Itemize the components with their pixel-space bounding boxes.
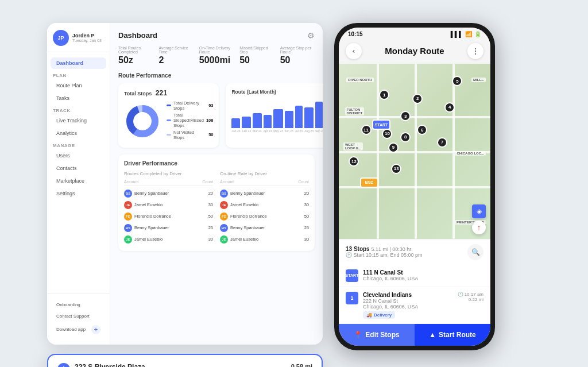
more-options-button[interactable]: ⋮ <box>467 43 483 59</box>
route-search-button[interactable]: 🔍 <box>467 244 483 260</box>
driver-perf-inner: Routes Completed by Driver Account Count… <box>124 171 309 245</box>
sidebar-item-users[interactable]: Users <box>51 150 106 161</box>
table-row: BSBenny Spanbauer25 <box>124 222 213 234</box>
table-row: FDFlorencio Dorrance50 <box>220 211 309 222</box>
bar-label-1: Feb 23 <box>242 129 251 133</box>
bar-col-8: Sep 2 <box>315 102 323 133</box>
bar-col-7: Aug 23 <box>304 107 314 133</box>
sidebar-item-tasks[interactable]: Tasks <box>51 92 106 104</box>
back-button[interactable]: ‹ <box>346 43 362 59</box>
map-pin-11: 11 <box>361 125 372 135</box>
count-value: 30 <box>208 202 213 207</box>
popup-left: 1 222 S Riverside Plaza Chicago, IL 6060… <box>57 363 145 368</box>
route-performance-title: Route Performance <box>118 72 315 79</box>
map-pin-4: 4 <box>444 102 455 113</box>
total-stops-value: 221 <box>156 89 167 97</box>
account-avatar: JE <box>124 235 132 244</box>
start-stop-address: Chicago, IL 60606, USA <box>363 276 483 281</box>
sidebar-section-track: Track <box>47 105 110 114</box>
stop-1-city: Chicago, IL 60606, USA <box>363 304 453 310</box>
phone-screen: 10:15 ▌▌▌ 📶 🔋 ‹ Monday Route ⋮ <box>339 28 490 346</box>
account-avatar: JE <box>124 201 132 209</box>
driver-table-1-body: BSBenny Spanbauer20JEJamel Eusebio30FDFl… <box>124 188 213 245</box>
account-name: Florencio Dorrance <box>230 214 267 219</box>
route-chart-label: Route (Last Month) <box>231 89 323 95</box>
legend-not-visited: Not Visited Stops 50 <box>167 130 213 140</box>
sidebar-item-contact-support[interactable]: Contact Support <box>51 311 106 322</box>
count-value: 25 <box>208 225 213 230</box>
sidebar-item-dashboard[interactable]: Dashboard <box>51 57 106 69</box>
filter-icon[interactable]: ⚙ <box>307 31 315 40</box>
stop-popup-card: 1 222 S Riverside Plaza Chicago, IL 6060… <box>47 354 323 368</box>
stop-1-item[interactable]: 1 Cleveland Indians 222 N Canal St Chica… <box>339 287 490 324</box>
sidebar-item-settings[interactable]: Settings <box>51 188 106 199</box>
add-app-button[interactable]: + <box>91 325 100 334</box>
sidebar-item-download-app[interactable]: Download app + <box>51 322 106 337</box>
count-value: 25 <box>304 225 309 230</box>
start-stop-item: START 111 N Canal St Chicago, IL 60606, … <box>339 265 490 287</box>
total-stops-card: Total Stops 221 <box>118 83 219 148</box>
account-avatar: FD <box>220 213 228 221</box>
navigation-icon: ▲ <box>429 331 436 339</box>
route-title: Monday Route <box>385 46 444 56</box>
sidebar-section-manage: Manage <box>47 140 110 149</box>
edit-stops-button[interactable]: 📍 Edit Stops <box>339 324 415 346</box>
sidebar: JP Jorden P Tuesday, Jan 03 Dashboard Pl… <box>47 23 110 345</box>
user-profile[interactable]: JP Jorden P Tuesday, Jan 03 <box>47 30 110 52</box>
main-header: Dashboard ⚙ <box>118 31 315 40</box>
bar-3 <box>264 115 272 128</box>
main-content: Dashboard ⚙ Total Routes Completed 50z A… <box>110 23 323 345</box>
map-background: RIVER NORTH FULTONDISTRICT WESTLOOP G...… <box>339 64 490 239</box>
count-value: 30 <box>304 237 309 242</box>
phone-container: 10:15 ▌▌▌ 📶 🔋 ‹ Monday Route ⋮ <box>334 23 495 350</box>
map-pin-5: 5 <box>452 76 462 86</box>
account-avatar: JE <box>220 235 228 244</box>
count-value: 50 <box>304 214 309 219</box>
bar-col-4: May 23 <box>273 109 283 133</box>
sidebar-item-analytics[interactable]: Analytics <box>51 128 106 139</box>
map-pin-8: 8 <box>400 132 411 142</box>
bar-8 <box>315 102 323 128</box>
map-compass[interactable]: ↑ <box>472 221 486 234</box>
stop-1-badge: 1 <box>346 292 358 304</box>
route-chart-card: Route (Last Month) Jan 23Feb 23Mar 23Apr… <box>226 83 323 148</box>
sidebar-item-marketplace[interactable]: Marketplace <box>51 175 106 187</box>
phone-bottom-actions: 📍 Edit Stops ▲ Start Route <box>339 324 490 346</box>
driver-table-2-body: BSBenny Spanbauer20JEJamel Eusebio30FDFl… <box>220 188 309 245</box>
stat-ontime-delivery: On-Time Delivery Route 5000mi <box>199 46 234 65</box>
account-avatar: JE <box>220 201 228 209</box>
status-icons: ▌▌▌ 📶 🔋 <box>451 31 481 37</box>
bar-6 <box>295 106 303 128</box>
map-pin-13: 13 <box>391 164 401 174</box>
map-pin-1: 1 <box>379 90 389 100</box>
popup-distance: 0.58 mi <box>291 363 312 368</box>
ontime-rate-table: On-time Rate by Driver Account Count BSB… <box>220 171 309 245</box>
bar-label-4: May 23 <box>273 129 283 133</box>
count-value: 20 <box>304 191 309 196</box>
user-date: Tuesday, Jan 03 <box>72 38 102 43</box>
stop-1-address: 222 N Canal St <box>363 298 453 304</box>
account-name: Jamel Eusebio <box>230 237 258 242</box>
phone-frame: 10:15 ▌▌▌ 📶 🔋 ‹ Monday Route ⋮ <box>334 23 495 350</box>
stat-avg-service: Average Service Time 2 <box>158 46 193 65</box>
sidebar-item-live-tracking[interactable]: Live Tracking <box>51 115 106 126</box>
account-name: Jamel Eusebio <box>230 202 258 207</box>
map-pin-2: 2 <box>412 94 423 104</box>
battery-icon: 🔋 <box>474 31 481 37</box>
signal-icon: ▌▌▌ <box>451 31 463 37</box>
sidebar-item-onboarding[interactable]: Onboarding <box>51 299 106 310</box>
table-header-2: Account Count <box>220 180 309 186</box>
legend-delivery: Total Delivery Stops 63 <box>167 101 213 111</box>
stop-1-name: Cleveland Indians <box>363 292 453 298</box>
table-row: FDFlorencio Dorrance50 <box>124 211 213 222</box>
status-time: 10:15 <box>348 31 363 37</box>
bar-label-6: Jul 23 <box>295 129 303 133</box>
start-route-button[interactable]: ▲ Start Route <box>415 324 490 346</box>
sidebar-section-plan: Plan <box>47 69 110 79</box>
count-value: 50 <box>208 214 213 219</box>
bar-chart: Jan 23Feb 23Mar 23Apr 23May 23Jun 23Jul … <box>231 98 323 133</box>
map-layers-button[interactable]: ◈ <box>472 204 486 218</box>
sidebar-item-contacts[interactable]: Contacts <box>51 163 106 174</box>
bar-label-5: Jun 23 <box>285 129 293 133</box>
sidebar-item-route-plan[interactable]: Route Plan <box>51 80 106 91</box>
